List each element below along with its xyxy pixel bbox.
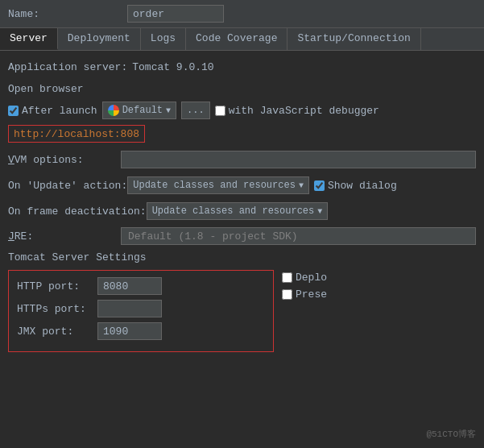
after-launch-checkbox-label[interactable]: After launch [8, 105, 97, 117]
tab-startup-connection[interactable]: Startup/Connection [288, 28, 420, 50]
after-launch-checkbox[interactable] [8, 106, 19, 116]
chrome-icon [108, 105, 119, 116]
url-input[interactable]: http://localhost:8080/ [8, 125, 145, 143]
http-port-row: HTTP port: 8080 [17, 277, 265, 295]
jmx-port-label: JMX port: [17, 326, 97, 338]
js-debugger-label: with JavaScript debugger [229, 105, 379, 117]
app-server-label: Application server: [8, 61, 127, 73]
tab-code-coverage[interactable]: Code Coverage [186, 28, 288, 50]
browser-ellipsis-button[interactable]: ... [181, 102, 210, 119]
on-frame-label: On frame deactivation: [8, 205, 147, 218]
show-dialog-label: Show dialog [328, 180, 397, 192]
name-input[interactable]: order [127, 5, 224, 23]
deploy-checkbox-label[interactable]: Deplo [282, 272, 327, 284]
server-content: Application server: Tomcat 9.0.10 Open b… [0, 51, 484, 365]
on-update-value: Update classes and resources [133, 180, 296, 191]
on-frame-chevron-icon: ▼ [317, 207, 322, 216]
jre-row: JRE: Default (1.8 - project SDK) [8, 227, 476, 245]
browser-chevron-icon: ▼ [166, 106, 171, 115]
deploy-checkbox[interactable] [282, 272, 292, 283]
jre-label: JRE: [8, 230, 121, 243]
show-dialog-checkbox-label[interactable]: Show dialog [314, 180, 397, 192]
browser-dropdown[interactable]: Default ▼ [102, 102, 176, 119]
vm-options-input[interactable] [121, 151, 476, 168]
watermark: @51CTO博客 [426, 428, 476, 440]
on-update-label: On 'Update' action: [8, 180, 127, 192]
tab-bar: Server Deployment Logs Code Coverage Sta… [0, 28, 484, 51]
tomcat-section-wrapper: HTTP port: 8080 HTTPs port: JMX port: 10… [8, 270, 476, 359]
js-debugger-checkbox-label[interactable]: with JavaScript debugger [215, 105, 379, 117]
url-row: http://localhost:8080/ [8, 124, 476, 143]
browser-options-row: After launch Default ▼ ... with JavaScri… [8, 102, 476, 119]
vm-options-row: VVM options: [8, 150, 476, 169]
app-server-value: Tomcat 9.0.10 [132, 61, 213, 73]
https-port-row: HTTPs port: [17, 300, 265, 317]
tomcat-settings-title: Tomcat Server Settings [8, 251, 476, 263]
jre-underline: J [8, 230, 14, 243]
on-update-dropdown[interactable]: Update classes and resources ▼ [127, 176, 309, 194]
preserve-label: Prese [296, 288, 327, 301]
tab-logs[interactable]: Logs [141, 28, 186, 50]
http-port-input[interactable]: 8080 [97, 277, 162, 295]
open-browser-title: Open browser [8, 83, 476, 95]
jmx-port-row: JMX port: 1090 [17, 322, 265, 340]
deploy-label: Deplo [296, 272, 327, 284]
https-port-input[interactable] [97, 300, 162, 317]
on-frame-row: On frame deactivation: Update classes an… [8, 201, 476, 221]
vm-underline: V [8, 154, 14, 166]
on-update-wrapper: Update classes and resources ▼ Show dial… [127, 176, 396, 194]
preserve-checkbox-label[interactable]: Prese [282, 288, 327, 301]
http-port-label: HTTP port: [17, 280, 97, 292]
show-dialog-checkbox[interactable] [314, 180, 325, 191]
name-bar: Name: order [0, 0, 484, 28]
js-debugger-checkbox[interactable] [215, 106, 225, 116]
https-port-label: HTTPs port: [17, 303, 97, 315]
tab-deployment[interactable]: Deployment [58, 28, 141, 50]
on-frame-value: Update classes and resources [152, 205, 315, 217]
jmx-port-input[interactable]: 1090 [97, 322, 162, 340]
right-checkboxes: Deplo Prese [282, 270, 327, 301]
browser-label: Default [122, 105, 163, 116]
vm-options-label: VVM options: [8, 154, 121, 166]
after-launch-label: After launch [22, 105, 97, 117]
preserve-checkbox[interactable] [282, 289, 292, 300]
on-update-row: On 'Update' action: Update classes and r… [8, 176, 476, 195]
open-browser-section: Open browser After launch Default ▼ ... … [8, 83, 476, 143]
app-server-row: Application server: Tomcat 9.0.10 [8, 57, 476, 77]
on-frame-dropdown[interactable]: Update classes and resources ▼ [147, 202, 329, 220]
jre-input[interactable]: Default (1.8 - project SDK) [121, 227, 476, 245]
on-update-chevron-icon: ▼ [299, 181, 304, 190]
tomcat-settings-box: HTTP port: 8080 HTTPs port: JMX port: 10… [8, 270, 274, 352]
name-label: Name: [8, 8, 121, 20]
tab-server[interactable]: Server [0, 28, 58, 50]
